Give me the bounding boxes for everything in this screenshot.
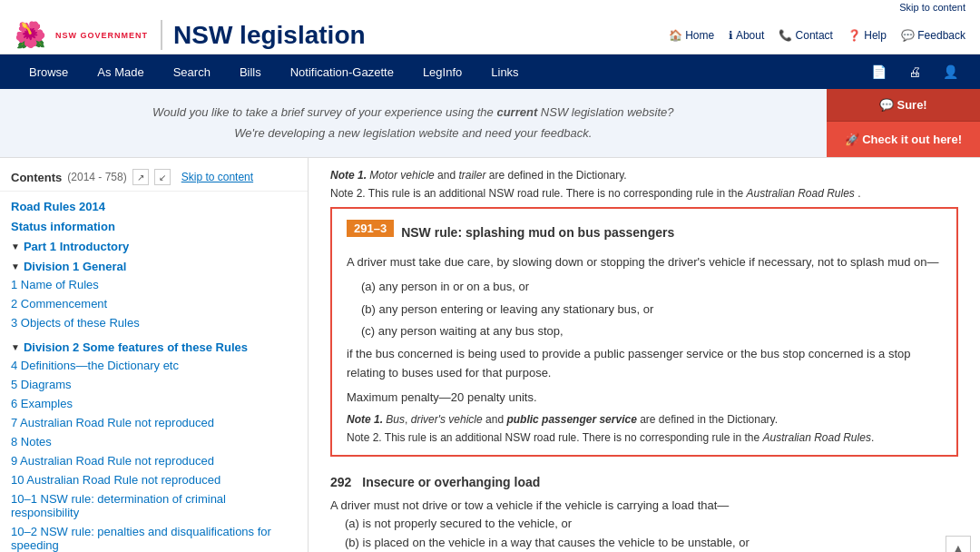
main-layout: Contents (2014 - 758) ↗ ↙ Skip to conten… [0, 158, 980, 552]
skip-to-content-link[interactable]: Skip to content [899, 2, 965, 13]
pre-note2-italic: Australian Road Rules [746, 187, 854, 200]
note1-and: and [437, 169, 458, 182]
nav-leginfo[interactable]: LegInfo [408, 58, 476, 86]
rule-292-section: 292 Insecure or overhanging load A drive… [330, 464, 958, 552]
div2-item-6[interactable]: 9 Australian Road Rule not reproduced [11, 454, 214, 468]
survey-text: Would you like to take a brief survey of… [0, 94, 827, 152]
rule-main-text: A driver must take due care, by slowing … [347, 253, 942, 272]
triangle-icon: ▼ [11, 242, 20, 251]
note1-label: Note 1. [330, 169, 367, 182]
sidebar: Contents (2014 - 758) ↗ ↙ Skip to conten… [0, 158, 309, 552]
contact-link[interactable]: 📞 Contact [779, 29, 833, 42]
rule-body: A driver must take due care, by slowing … [347, 253, 942, 408]
sidebar-count: (2014 - 758) [67, 171, 126, 183]
div2-item-9[interactable]: 10–2 NSW rule: penalties and disqualific… [11, 525, 271, 552]
list-item: 2 Commencement [0, 294, 308, 313]
div2-item-5[interactable]: 8 Notes [11, 435, 52, 448]
nav-icons: 📄 🖨 👤 [864, 61, 965, 83]
nsw-flower-icon: 🌺 [15, 20, 46, 50]
nav-links[interactable]: Links [476, 58, 533, 86]
rule-number-badge: 291–3 [347, 220, 394, 237]
div2-item-1[interactable]: 4 Definitions—the Dictionary etc [11, 359, 179, 372]
div2-item-2[interactable]: 5 Diagrams [11, 378, 71, 391]
note1-italic2: trailer [458, 169, 485, 182]
div1-item-3[interactable]: 3 Objects of these Rules [11, 316, 140, 330]
logo-area: 🌺 NSW GOVERNMENT NSW legislation [15, 20, 366, 50]
rule-item-c: (c) any person waiting at any bus stop, [361, 322, 942, 341]
pre-note-2: Note 2. This rule is an additional NSW r… [330, 187, 958, 200]
content-area: Note 1. Motor vehicle and trailer are de… [309, 158, 980, 552]
div2-item-7[interactable]: 10 Australian Road Rule not reproduced [11, 473, 220, 487]
list-item: 8 Notes [0, 432, 308, 451]
top-nav: 🏠 Home ℹ About 📞 Contact ❓ Help 💬 Feedba… [669, 29, 965, 42]
nav-items: Browse As Made Search Bills Notification… [15, 58, 534, 86]
sidebar-div2-header: ▼ Division 2 Some features of these Rule… [0, 336, 308, 356]
list-item: 4 Definitions—the Dictionary etc [0, 356, 308, 375]
content-inner: Note 1. Motor vehicle and trailer are de… [309, 158, 980, 552]
div1-item-1[interactable]: 1 Name of Rules [11, 278, 99, 291]
nav-search[interactable]: Search [159, 58, 225, 86]
list-item: 3 Objects of these Rules [0, 313, 308, 332]
list-item: 9 Australian Road Rule not reproduced [0, 451, 308, 470]
survey-banner: Would you like to take a brief survey of… [0, 89, 980, 158]
sidebar-div1-header: ▼ Division 1 General [0, 255, 308, 275]
header: 🌺 NSW GOVERNMENT NSW legislation 🏠 Home … [0, 13, 980, 54]
skip-to-content-sidebar-link[interactable]: Skip to content [181, 171, 253, 183]
rule-item-b: (b) any person entering or leaving any s… [361, 301, 942, 320]
nav-asmade[interactable]: As Made [83, 58, 158, 86]
pdf-icon[interactable]: 📄 [864, 61, 894, 83]
div2-item-4[interactable]: 7 Australian Road Rule not reproduced [11, 416, 214, 429]
rule-penalty: Maximum penalty—20 penalty units. [347, 389, 942, 408]
site-title: NSW legislation [173, 21, 366, 50]
help-link[interactable]: ❓ Help [848, 29, 887, 42]
about-link[interactable]: ℹ About [729, 29, 764, 42]
sidebar-part1-header: ▼ Part 1 Introductory [0, 235, 308, 255]
rule-item-a: (a) any person in or on a bus, or [361, 278, 942, 297]
main-nav: Browse As Made Search Bills Notification… [0, 54, 980, 89]
nav-browse[interactable]: Browse [15, 58, 83, 86]
rule-292-item-b: (b) is placed on the vehicle in a way th… [345, 534, 958, 552]
nav-notification[interactable]: Notification-Gazette [276, 58, 408, 86]
rule-292-main-text: A driver must not drive or tow a vehicle… [330, 497, 958, 516]
nav-bills[interactable]: Bills [225, 58, 276, 86]
user-icon[interactable]: 👤 [936, 61, 965, 83]
rule-292-title: Insecure or overhanging load [362, 475, 540, 489]
note1-text: are defined in the Dictionary. [489, 169, 627, 182]
sidebar-road-rules[interactable]: Road Rules 2014 [0, 195, 308, 215]
nsw-logo: 🌺 NSW GOVERNMENT [15, 20, 162, 50]
print-icon[interactable]: 🖨 [901, 61, 928, 83]
sure-button[interactable]: 💬 Sure! [827, 89, 980, 121]
list-item: 6 Examples [0, 394, 308, 413]
collapse-icon[interactable]: ↙ [154, 169, 171, 185]
triangle-icon-3: ▼ [11, 342, 20, 352]
rule-condition: if the bus concerned is being used to pr… [347, 345, 942, 383]
sidebar-div1[interactable]: Division 1 General [24, 260, 126, 273]
div2-item-8[interactable]: 10–1 NSW rule: determination of criminal… [11, 492, 226, 519]
scroll-up-button[interactable]: ▲ [946, 536, 971, 552]
rule-291-3-box: 291–3 NSW rule: splashing mud on bus pas… [330, 207, 958, 457]
pre-note-1: Note 1. Motor vehicle and trailer are de… [330, 169, 958, 182]
div2-item-3[interactable]: 6 Examples [11, 397, 73, 410]
pre-note2-end: . [858, 187, 860, 200]
div1-item-2[interactable]: 2 Commencement [11, 297, 107, 310]
check-it-out-button[interactable]: 🚀 Check it out here! [827, 121, 980, 157]
list-item: 10 Australian Road Rule not reproduced [0, 470, 308, 489]
triangle-icon-2: ▼ [11, 261, 20, 271]
rule-292-body: A driver must not drive or tow a vehicle… [330, 497, 958, 552]
list-item: 1 Name of Rules [0, 275, 308, 294]
sidebar-part1[interactable]: Part 1 Introductory [24, 240, 129, 253]
home-link[interactable]: 🏠 Home [669, 29, 714, 42]
expand-icon[interactable]: ↗ [132, 169, 149, 185]
feedback-link[interactable]: 💬 Feedback [901, 29, 965, 42]
sidebar-header: Contents (2014 - 758) ↗ ↙ Skip to conten… [0, 165, 308, 192]
rule-292-number: 292 [330, 475, 351, 489]
list-item: 10–2 NSW rule: penalties and disqualific… [0, 522, 308, 552]
survey-buttons: 💬 Sure! 🚀 Check it out here! [827, 89, 980, 157]
note1-italic1: Motor vehicle [369, 169, 434, 182]
rule-292-item-a: (a) is not properly secured to the vehic… [345, 515, 958, 534]
sidebar-status[interactable]: Status information [0, 215, 308, 235]
list-item: 5 Diagrams [0, 375, 308, 394]
list-item: 7 Australian Road Rule not reproduced [0, 413, 308, 432]
rule-note-1: Note 1. Bus, driver's vehicle and public… [347, 413, 942, 426]
sidebar-div2[interactable]: Division 2 Some features of these Rules [24, 340, 248, 354]
